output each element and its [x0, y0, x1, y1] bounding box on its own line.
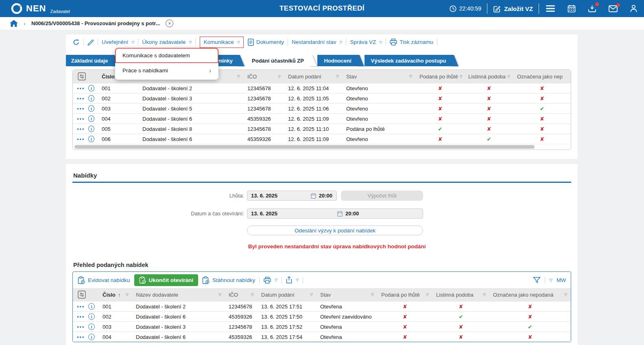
- row-menu-icon[interactable]: ●●●: [77, 325, 85, 329]
- table-row[interactable]: ●●●i 003 Dodavatel - školení 3 12345678 …: [73, 321, 571, 332]
- row-menu-icon[interactable]: ●●●: [77, 127, 85, 131]
- table-row[interactable]: ●●●i 002 Dodavatel - školení 6 45359326 …: [73, 311, 571, 321]
- menu-nestandardni-stav[interactable]: Nestandardní stav▽: [292, 39, 342, 45]
- tab-zakladni-udaje[interactable]: Základní údaje: [66, 55, 113, 66]
- filter-icon[interactable]: ▽: [310, 293, 313, 297]
- view-mw-toggle[interactable]: MW: [557, 277, 566, 283]
- filter-icon[interactable]: ▽: [218, 293, 221, 297]
- calendar-button[interactable]: [567, 4, 576, 13]
- col-stav[interactable]: Stav▽: [317, 288, 378, 301]
- messages-button[interactable]: [608, 4, 618, 13]
- filter-icon[interactable]: ▽: [426, 293, 429, 297]
- breadcrumb-record-title[interactable]: N006/25/V00005438 - Provozování prodejny…: [31, 20, 160, 26]
- otevirani-date-value[interactable]: 13. 6. 2025: [251, 210, 312, 217]
- inbox-button[interactable]: [587, 4, 597, 13]
- table-row[interactable]: ●●●i 002 Dodavatel - školení 3 12345678 …: [73, 93, 571, 103]
- lhuta-datetime-field[interactable]: 13. 6. 2025 20:00: [247, 191, 337, 201]
- menu-ukony-zadavatele[interactable]: Úkony zadavatele▽: [142, 39, 192, 45]
- col-listinna-podoba[interactable]: Listinná podoba▽: [465, 70, 513, 83]
- otevirani-datetime-field[interactable]: 13. 6. 2025 20:00: [247, 208, 423, 219]
- col-podana-po-lhute[interactable]: Podaná po lhůtě▽: [378, 288, 432, 301]
- send-invitation-button[interactable]: Odeslání výzvy k podání nabídek: [247, 226, 423, 235]
- tab-vysledek[interactable]: Výsledek zadávacího postupu: [365, 55, 452, 66]
- lhuta-date-value[interactable]: 13. 6. 2025: [251, 193, 311, 199]
- filter-icon[interactable]: ▽: [278, 74, 281, 78]
- col-listinna-podoba[interactable]: Listinná podoba▽: [432, 288, 489, 301]
- filter-icon[interactable]: ▽: [409, 74, 412, 78]
- table-row[interactable]: ●●●i 004 Dodavatel - školení 6 45359326 …: [73, 332, 571, 342]
- filter-icon[interactable]: ▽: [126, 293, 129, 297]
- filter-icon[interactable]: ▽: [371, 293, 374, 297]
- tab-hodnoceni[interactable]: Hodnocení: [317, 55, 358, 66]
- info-icon[interactable]: i: [88, 105, 94, 112]
- refresh-button[interactable]: [72, 39, 80, 46]
- col-cislo[interactable]: Číslo↑▽: [99, 288, 132, 301]
- info-icon[interactable]: i: [88, 323, 95, 330]
- col-oznacena-jako-nepodana[interactable]: Označena jako nep: [513, 70, 571, 83]
- menu-komunikace[interactable]: Komunikace▽: [203, 39, 240, 45]
- col-oznacena-jako-nepodana[interactable]: Označena jako nepodaná▽: [489, 288, 571, 301]
- info-icon[interactable]: i: [88, 334, 95, 340]
- print-record-button[interactable]: Tisk záznamu: [390, 39, 433, 46]
- col-podana-po-lhute[interactable]: Podaná po lhůtě▽: [416, 70, 465, 83]
- row-menu-icon[interactable]: ●●●: [77, 137, 85, 141]
- ukoncit-otevirani-button[interactable]: Ukončit otevírání: [134, 274, 199, 286]
- menu-item-prace-s-nabidkami[interactable]: Práce s nabídkami›: [115, 63, 218, 78]
- tab-podani-ucastniku-zp[interactable]: Podání účastníků ZP: [245, 55, 311, 66]
- vypocet-lhut-button[interactable]: Výpočet lhůt: [341, 191, 423, 201]
- info-icon[interactable]: i: [88, 85, 94, 91]
- column-settings-icon[interactable]: [73, 70, 98, 83]
- info-icon[interactable]: i: [88, 95, 94, 102]
- table-row[interactable]: ●●●i 004 Dodavatel - školení 6 45359326 …: [73, 113, 571, 124]
- col-datum-podani[interactable]: Datum podání▽: [258, 288, 317, 301]
- column-settings-icon[interactable]: [73, 288, 99, 301]
- row-menu-icon[interactable]: ●●●: [77, 87, 85, 90]
- table-row[interactable]: ●●●i 006 Dodavatel - školení 6 45359326 …: [73, 134, 571, 144]
- menu-dokumenty[interactable]: Dokumenty: [248, 39, 284, 46]
- edit-record-button[interactable]: [87, 39, 94, 46]
- info-icon[interactable]: i: [88, 136, 94, 142]
- filter-icon[interactable]: ▽: [336, 74, 339, 78]
- col-ico[interactable]: IČO▽: [225, 288, 258, 301]
- filter-icon[interactable]: ▽: [251, 293, 254, 297]
- menu-sprava-vz[interactable]: Správa VZ▽: [350, 39, 382, 45]
- table-row[interactable]: ●●●i 005 Dodavatel - školení 8 12345678 …: [73, 124, 571, 134]
- evidovat-nabidku-button[interactable]: Evidovat nabídku: [78, 276, 130, 284]
- info-icon[interactable]: i: [88, 126, 94, 132]
- filter-icon[interactable]: ▽: [483, 293, 486, 297]
- home-icon[interactable]: [10, 20, 18, 27]
- filter-icon[interactable]: ▽: [507, 74, 510, 78]
- horizontal-scrollbar[interactable]: [73, 144, 571, 150]
- table-row[interactable]: ●●●i 003 Dodavatel - školení 5 12345678 …: [73, 103, 571, 113]
- col-nazev-dodavatele[interactable]: Název dodavatele▽: [132, 288, 225, 301]
- calendar-small-icon[interactable]: [337, 211, 343, 217]
- stahnout-nabidky-button[interactable]: Stáhnout nabídky: [202, 276, 255, 284]
- print-list-button[interactable]: ▽: [264, 277, 277, 284]
- calendar-small-icon[interactable]: [311, 193, 316, 199]
- lhuta-time-value[interactable]: 20:00: [319, 193, 332, 199]
- col-datum-podani[interactable]: Datum podání▽: [284, 70, 343, 83]
- view-chevron-icon[interactable]: ▽: [549, 278, 552, 282]
- main-menu-button[interactable]: [545, 4, 556, 13]
- filter-icon[interactable]: ▽: [564, 293, 567, 297]
- scrollbar-thumb[interactable]: [74, 145, 535, 149]
- close-record-icon[interactable]: ✕: [166, 20, 173, 27]
- table-row[interactable]: ●●●i 001 Dodavatel - školení 2 12345678 …: [73, 301, 571, 311]
- otevirani-time-value[interactable]: 20:00: [345, 210, 359, 217]
- table-row[interactable]: ●●●i 001 Dodavatel - školení 2 12345678 …: [73, 83, 571, 93]
- brand[interactable]: NEN Zadavatel: [11, 2, 70, 15]
- create-vz-button[interactable]: Založit VZ: [493, 5, 533, 13]
- export-button[interactable]: ▽: [286, 276, 299, 284]
- row-menu-icon[interactable]: ●●●: [77, 107, 85, 111]
- menu-item-komunikace-s-dodavatelem[interactable]: Komunikace s dodavatelem: [115, 48, 218, 63]
- row-menu-icon[interactable]: ●●●: [77, 117, 85, 121]
- menu-uverejneni[interactable]: Uveřejnění▽: [102, 39, 134, 45]
- info-icon[interactable]: i: [88, 115, 94, 122]
- filter-icon[interactable]: ▽: [237, 74, 240, 78]
- filter-icon[interactable]: ▽: [460, 74, 463, 78]
- info-icon[interactable]: i: [88, 313, 95, 320]
- row-menu-icon[interactable]: ●●●: [77, 97, 85, 100]
- info-icon[interactable]: i: [88, 303, 95, 310]
- row-menu-icon[interactable]: ●●●: [77, 305, 85, 308]
- row-menu-icon[interactable]: ●●●: [77, 315, 85, 319]
